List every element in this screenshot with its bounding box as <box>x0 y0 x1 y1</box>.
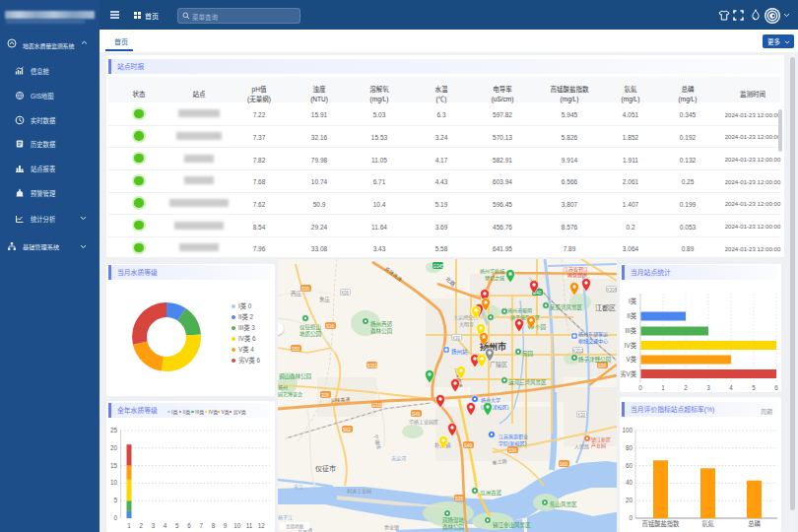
svg-text:12: 12 <box>258 521 266 530</box>
svg-text:3: 3 <box>152 521 156 530</box>
svg-text:6: 6 <box>187 521 191 530</box>
svg-text:1: 1 <box>127 521 131 530</box>
svg-text:10: 10 <box>233 521 241 530</box>
svg-text:0: 0 <box>113 513 117 522</box>
svg-text:总磷: 总磷 <box>748 519 761 528</box>
svg-text:25: 25 <box>110 426 118 434</box>
svg-text:III类: III类 <box>625 326 636 335</box>
svg-text:IV类: IV类 <box>625 341 637 350</box>
svg-text:劣V类: 劣V类 <box>620 369 636 378</box>
svg-text:10: 10 <box>110 478 118 487</box>
svg-text:5: 5 <box>175 521 179 530</box>
svg-text:100: 100 <box>622 426 632 434</box>
svg-text:4: 4 <box>729 383 733 392</box>
svg-text:7: 7 <box>199 521 203 530</box>
svg-text:0: 0 <box>629 513 632 522</box>
svg-text:2: 2 <box>684 383 688 392</box>
svg-text:高锰酸盐指数: 高锰酸盐指数 <box>642 519 680 528</box>
svg-text:2: 2 <box>139 521 143 530</box>
svg-text:0: 0 <box>638 383 642 392</box>
svg-text:1: 1 <box>661 383 665 392</box>
svg-text:20: 20 <box>110 443 118 452</box>
svg-text:40: 40 <box>626 478 633 487</box>
svg-text:4: 4 <box>164 521 167 530</box>
svg-text:V类: V类 <box>627 355 637 364</box>
svg-text:II类: II类 <box>627 311 636 320</box>
svg-text:80: 80 <box>626 443 633 452</box>
svg-text:I类: I类 <box>629 297 637 305</box>
svg-text:60: 60 <box>626 461 633 470</box>
svg-text:6: 6 <box>774 383 778 392</box>
svg-text:5: 5 <box>752 383 756 392</box>
svg-text:15: 15 <box>110 461 118 470</box>
svg-text:氨氮: 氨氮 <box>701 519 714 528</box>
svg-text:9: 9 <box>224 521 228 530</box>
svg-text:20: 20 <box>626 496 633 504</box>
svg-text:5: 5 <box>113 496 117 504</box>
svg-text:3: 3 <box>706 383 710 392</box>
svg-text:8: 8 <box>212 521 216 530</box>
svg-text:11: 11 <box>246 521 253 530</box>
